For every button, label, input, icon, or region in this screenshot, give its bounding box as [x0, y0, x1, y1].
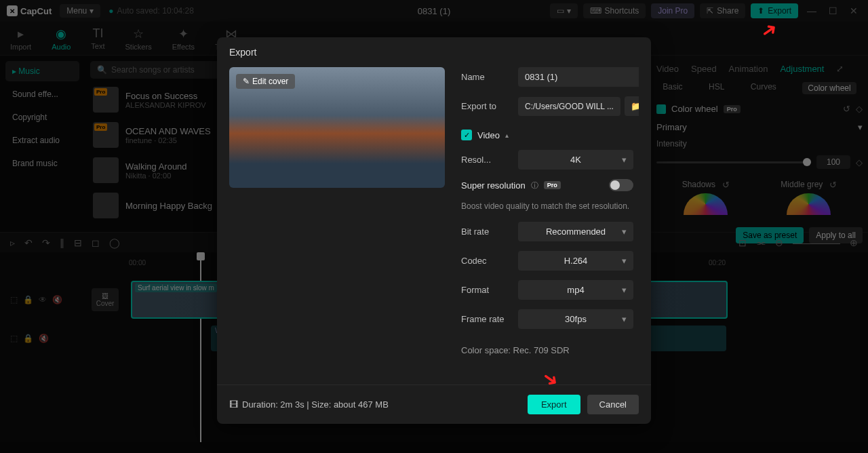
export-modal: Export ✎Edit cover Name Export to C:/Use… — [217, 37, 651, 424]
sr-toggle[interactable] — [609, 179, 633, 191]
video-checkbox[interactable]: ✓ — [461, 130, 472, 140]
codec-label: Codec — [461, 256, 510, 266]
info-icon[interactable]: ⓘ — [531, 180, 538, 191]
folder-icon: 📁 — [631, 101, 639, 111]
format-label: Format — [461, 285, 510, 295]
framerate-select[interactable]: 30fps — [518, 309, 633, 329]
cover-preview: ✎Edit cover — [229, 67, 445, 188]
sr-label: Super resolution — [461, 180, 526, 191]
export-path: C:/Users/GOOD WILL ... — [518, 97, 620, 116]
format-select[interactable]: mp4 — [518, 280, 633, 300]
browse-folder-button[interactable]: 📁 — [625, 96, 639, 116]
export-to-row: Export to C:/Users/GOOD WILL ... 📁 — [461, 96, 633, 116]
codec-row: Codec H.264 — [461, 251, 633, 271]
super-resolution-row: Super resolution ⓘ Pro — [461, 179, 633, 191]
pencil-icon: ✎ — [243, 77, 250, 86]
name-input[interactable] — [518, 67, 639, 87]
export-to-label: Export to — [461, 101, 510, 111]
export-confirm-button[interactable]: Export — [528, 395, 580, 414]
collapse-icon[interactable]: ▴ — [505, 132, 509, 139]
modal-footer: 🎞 Duration: 2m 3s | Size: about 467 MB E… — [217, 385, 651, 424]
cancel-button[interactable]: Cancel — [587, 395, 639, 414]
modal-title: Export — [217, 37, 651, 67]
framerate-row: Frame rate 30fps — [461, 309, 633, 329]
video-section-title: Video — [477, 130, 500, 140]
name-row: Name — [461, 67, 633, 87]
video-section-header: ✓ Video ▴ — [461, 125, 633, 140]
format-row: Format mp4 — [461, 280, 633, 300]
edit-cover-button[interactable]: ✎Edit cover — [236, 74, 295, 89]
bitrate-select[interactable]: Recommended — [518, 222, 633, 241]
codec-select[interactable]: H.264 — [518, 251, 633, 271]
name-label: Name — [461, 72, 510, 82]
bitrate-label: Bit rate — [461, 226, 510, 237]
resolution-row: Resol... 4K — [461, 150, 633, 170]
resolution-select[interactable]: 4K — [518, 150, 633, 170]
resolution-label: Resol... — [461, 155, 510, 165]
film-icon: 🎞 — [229, 399, 238, 410]
duration-info: 🎞 Duration: 2m 3s | Size: about 467 MB — [229, 399, 389, 410]
bitrate-row: Bit rate Recommended — [461, 222, 633, 241]
sr-help: Boost video quality to match the set res… — [461, 201, 633, 212]
framerate-label: Frame rate — [461, 314, 510, 324]
color-space-label: Color space: Rec. 709 SDR — [461, 338, 633, 355]
pro-badge: Pro — [544, 181, 561, 189]
